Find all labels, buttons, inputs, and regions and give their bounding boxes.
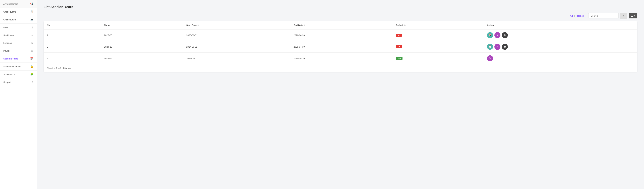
sidebar-icon-fees: $ [32, 26, 33, 29]
table-row: 12025-262025-06-012026-04-30No 📅 ✎ 🗑 [44, 29, 637, 41]
cell-end-date: 2026-04-30 [290, 29, 392, 41]
sidebar-item-offline-exam[interactable]: Offline Exam 📋 [0, 8, 37, 16]
cell-start-date: 2025-06-01 [183, 29, 290, 41]
sidebar-item-label-online-exam: Online Exam [3, 18, 30, 21]
sidebar-item-support[interactable]: Support ? [0, 78, 37, 86]
col-name: Name [101, 21, 183, 29]
table-header: No.NameStart Date⇅End Date⇅Default⇅Actio… [44, 21, 637, 29]
sidebar-item-label-staff-leave: Staff Leave [3, 34, 31, 36]
cell-default: Yes [392, 53, 484, 64]
columns-button[interactable]: ☰ ▾ [629, 13, 637, 18]
sidebar-item-label-expense: Expense [3, 42, 31, 44]
sidebar-item-payroll[interactable]: Payroll ▤ [0, 47, 37, 55]
table-row: 22024-252024-06-012025-04-30No 📅 ✎ 🗑 [44, 41, 637, 53]
cell-default: No [392, 41, 484, 53]
refresh-button[interactable]: ↻ [620, 13, 627, 18]
sidebar-icon-support: ? [32, 81, 33, 84]
cell-no: 1 [44, 29, 101, 41]
sidebar-item-staff-leave[interactable]: Staff Leave ✈ [0, 31, 37, 39]
col-no.: No. [44, 21, 101, 29]
col-end-date[interactable]: End Date⇅ [290, 21, 392, 29]
cell-action: 📅 ✎ 🗑 [484, 29, 637, 41]
cell-default: No [392, 29, 484, 41]
edit-button[interactable]: ✎ [494, 32, 500, 38]
columns-icon: ☰ [631, 14, 633, 17]
edit-button[interactable]: ✎ [494, 44, 500, 50]
cell-end-date: 2025-04-30 [290, 41, 392, 53]
cell-action: ✎ [484, 53, 637, 64]
cell-end-date: 2024-04-30 [290, 53, 392, 64]
showing-rows: Showing 1 to 3 of 3 rows [44, 64, 637, 72]
sidebar-item-label-staff-management: Staff Management [3, 65, 30, 68]
sidebar-item-label-fees: Fees [3, 26, 32, 29]
calendar-button[interactable]: 📅 [487, 44, 493, 50]
action-buttons: ✎ [487, 55, 634, 61]
sidebar-icon-online-exam: 💻 [30, 18, 33, 21]
toolbar: All | Trashed ↻ ☰ ▾ [44, 13, 637, 18]
sidebar-item-expense[interactable]: Expense 🖥 [0, 39, 37, 47]
delete-button[interactable]: 🗑 [502, 32, 508, 38]
table-body: 12025-262025-06-012026-04-30No 📅 ✎ 🗑 220… [44, 29, 637, 64]
sidebar-item-subscription[interactable]: Subscription 🧩 [0, 71, 37, 78]
session-years-table-container: No.NameStart Date⇅End Date⇅Default⇅Actio… [44, 21, 637, 72]
header-row: No.NameStart Date⇅End Date⇅Default⇅Actio… [44, 21, 637, 29]
sidebar-item-announcement[interactable]: Announcement 📢 [0, 0, 37, 8]
sidebar-icon-announcement: 📢 [30, 2, 33, 5]
main-content: List Session Years All | Trashed ↻ ☰ ▾ N… [37, 0, 644, 189]
delete-button[interactable]: 🗑 [502, 44, 508, 50]
all-link[interactable]: All [570, 14, 573, 17]
sidebar-icon-staff-management: 🔒 [30, 65, 33, 68]
col-default[interactable]: Default⇅ [392, 21, 484, 29]
sidebar-item-label-support: Support [3, 81, 32, 83]
sidebar-item-label-session-years: Session Years [3, 57, 30, 60]
sidebar-icon-subscription: 🧩 [30, 73, 33, 76]
session-years-table: No.NameStart Date⇅End Date⇅Default⇅Actio… [44, 21, 637, 64]
sidebar-icon-offline-exam: 📋 [30, 10, 33, 13]
search-input[interactable] [588, 13, 618, 18]
table-row: 32023-242023-06-012024-04-30Yes ✎ [44, 53, 637, 64]
default-badge: No [396, 45, 402, 48]
sidebar-icon-payroll: ▤ [31, 49, 33, 52]
cell-start-date: 2023-06-01 [183, 53, 290, 64]
page-title: List Session Years [44, 5, 637, 9]
sidebar-item-label-subscription: Subscription [3, 73, 30, 76]
sidebar-item-session-years[interactable]: Session Years 📅 [0, 55, 37, 63]
cell-no: 2 [44, 41, 101, 53]
col-action: Action [484, 21, 637, 29]
sidebar-item-label-payroll: Payroll [3, 50, 31, 52]
cell-action: 📅 ✎ 🗑 [484, 41, 637, 53]
filter-links: All | Trashed [570, 14, 584, 17]
col-start-date[interactable]: Start Date⇅ [183, 21, 290, 29]
calendar-button[interactable]: 📅 [487, 32, 493, 38]
sidebar-icon-staff-leave: ✈ [31, 34, 33, 37]
cell-name: 2024-25 [101, 41, 183, 53]
trashed-link[interactable]: Trashed [576, 14, 584, 17]
sidebar-item-fees[interactable]: Fees $ [0, 24, 37, 31]
columns-arrow-icon: ▾ [634, 14, 635, 17]
default-badge: No [396, 34, 402, 37]
sort-icon: ⇅ [304, 24, 305, 26]
sidebar-icon-session-years: 📅 [30, 57, 33, 60]
sidebar-item-label-announcement: Announcement [3, 3, 30, 5]
action-buttons: 📅 ✎ 🗑 [487, 44, 634, 50]
cell-name: 2023-24 [101, 53, 183, 64]
sidebar-item-online-exam[interactable]: Online Exam 💻 [0, 16, 37, 24]
cell-no: 3 [44, 53, 101, 64]
cell-start-date: 2024-06-01 [183, 41, 290, 53]
cell-name: 2025-26 [101, 29, 183, 41]
sidebar: Announcement 📢 Offline Exam 📋 Online Exa… [0, 0, 37, 189]
sidebar-icon-expense: 🖥 [31, 41, 33, 44]
separator: | [574, 14, 574, 17]
sort-icon: ⇅ [197, 24, 199, 26]
action-buttons: 📅 ✎ 🗑 [487, 32, 634, 38]
sidebar-item-staff-management[interactable]: Staff Management 🔒 [0, 63, 37, 71]
sort-icon: ⇅ [404, 24, 406, 26]
sidebar-item-label-offline-exam: Offline Exam [3, 10, 30, 13]
edit-button[interactable]: ✎ [487, 55, 493, 61]
default-badge: Yes [396, 57, 402, 60]
